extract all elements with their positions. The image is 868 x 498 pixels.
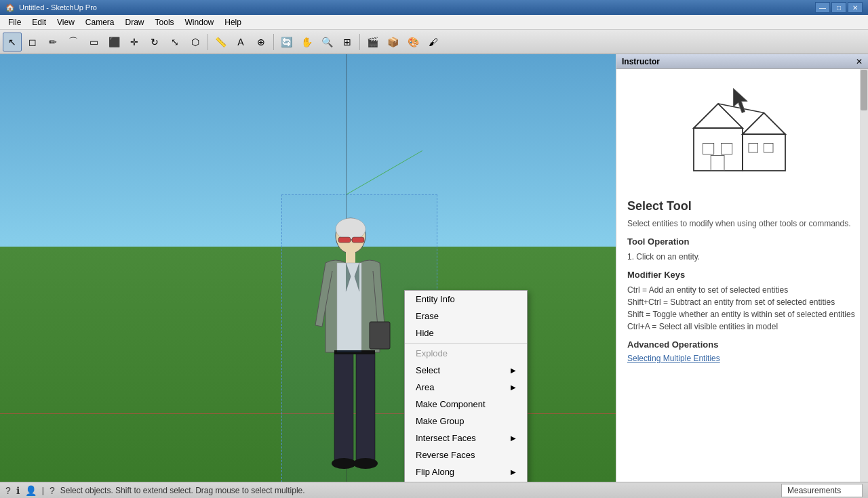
status-icon-info[interactable]: ℹ (16, 485, 20, 496)
ctx-label-flip-along: Flip Along (416, 467, 454, 477)
svg-rect-22 (711, 156, 724, 171)
modifier-keys-heading: Modifier Keys (627, 270, 857, 280)
close-button[interactable]: ✕ (848, 2, 863, 13)
toolbar-zoom-button[interactable]: 🔍 (317, 33, 336, 51)
offset-icon: ⬡ (191, 37, 199, 47)
svg-point-1 (336, 218, 366, 240)
svg-point-11 (332, 458, 356, 469)
ctx-label-hide: Hide (416, 328, 434, 338)
ctx-separator (405, 343, 527, 344)
zoom-icon: 🔍 (321, 37, 333, 47)
ctx-label-entity-info: Entity Info (416, 294, 455, 304)
svg-rect-3 (352, 237, 364, 243)
status-bar: ? ℹ 👤 | ? Select objects. Shift to exten… (0, 482, 868, 498)
arc-icon: ⌒ (68, 36, 78, 48)
select-icon: ↖ (8, 37, 16, 47)
ctx-item-area[interactable]: Area▶ (405, 379, 527, 396)
toolbar-pan-button[interactable]: ✋ (297, 33, 316, 51)
toolbar-eraser-button[interactable]: ◻ (23, 33, 42, 51)
menu-item-tools[interactable]: Tools (150, 16, 180, 28)
menu-item-file[interactable]: File (3, 16, 26, 28)
svg-rect-20 (749, 144, 758, 153)
ctx-label-make-group: Make Group (416, 416, 465, 426)
instructor-panel-label: Instructor (622, 57, 660, 66)
toolbar-orbit-button[interactable]: 🔄 (277, 33, 296, 51)
modifier-keys-text: Ctrl = Add an entity to set of selected … (627, 284, 857, 333)
tool-operation-heading: Tool Operation (627, 236, 857, 247)
advanced-ops-heading: Advanced Operations (627, 339, 857, 350)
instructor-title-bar: Instructor ✕ (616, 54, 868, 69)
toolbar-arc-button[interactable]: ⌒ (64, 33, 83, 51)
ctx-item-hide[interactable]: Hide (405, 325, 527, 341)
ctx-label-make-component: Make Component (416, 399, 486, 409)
viewport[interactable]: Entity InfoEraseHideExplodeSelect▶Area▶M… (0, 54, 616, 482)
styles-icon: 🖌 (429, 37, 438, 47)
ctx-item-convert-polygon[interactable]: Convert to Polygon (405, 480, 527, 482)
toolbar-scale-button[interactable]: ⤡ (165, 33, 184, 51)
menu-item-camera[interactable]: Camera (80, 16, 120, 28)
menu-item-view[interactable]: View (52, 16, 80, 28)
status-icon-user[interactable]: 👤 (25, 485, 37, 496)
context-menu[interactable]: Entity InfoEraseHideExplodeSelect▶Area▶M… (404, 290, 528, 482)
toolbar-pencil-button[interactable]: ✏ (43, 33, 62, 51)
maximize-button[interactable]: □ (831, 2, 846, 13)
rotate-icon: ↻ (151, 37, 159, 47)
scroll-thumb[interactable] (861, 70, 867, 110)
toolbar-offset-button[interactable]: ⬡ (186, 33, 205, 51)
text-icon: A (237, 37, 243, 47)
toolbar-materials-button[interactable]: 🎨 (403, 33, 422, 51)
toolbar-move-button[interactable]: ✛ (125, 33, 144, 51)
pencil-icon: ✏ (49, 37, 57, 47)
measurements-label: Measurements (787, 486, 841, 495)
selecting-multiple-link[interactable]: Selecting Multiple Entities (627, 354, 720, 363)
toolbar-push-pull-button[interactable]: ⬛ (104, 33, 123, 51)
scenes-icon: 🎬 (367, 37, 378, 47)
tool-operation-text: 1. Click on an entity. (627, 251, 857, 263)
minimize-button[interactable]: — (815, 2, 830, 13)
ctx-arrow-intersect-faces: ▶ (511, 434, 516, 442)
ctx-arrow-select: ▶ (511, 367, 516, 374)
ctx-item-entity-info[interactable]: Entity Info (405, 291, 527, 308)
svg-rect-5 (346, 252, 355, 263)
toolbar: ↖◻✏⌒▭⬛✛↻⤡⬡📏A⊕🔄✋🔍⊞🎬📦🎨🖌 (0, 30, 868, 54)
status-text: Select objects. Shift to extend select. … (60, 486, 305, 495)
measurements-panel[interactable]: Measurements (781, 484, 863, 497)
ctx-item-erase[interactable]: Erase (405, 308, 527, 325)
status-icon-help[interactable]: ? (50, 485, 55, 496)
ctx-item-reverse-faces[interactable]: Reverse Faces (405, 447, 527, 463)
toolbar-components-button[interactable]: 📦 (383, 33, 402, 51)
ctx-item-make-group[interactable]: Make Group (405, 413, 527, 430)
toolbar-styles-button[interactable]: 🖌 (424, 33, 443, 51)
push-pull-icon: ⬛ (108, 37, 120, 47)
svg-point-12 (353, 458, 378, 469)
ctx-item-select[interactable]: Select▶ (405, 362, 527, 379)
toolbar-select-button[interactable]: ↖ (3, 33, 22, 51)
instructor-tool-title: Select Tool (627, 199, 857, 213)
menu-item-help[interactable]: Help (219, 16, 247, 28)
toolbar-rotate-button[interactable]: ↻ (145, 33, 164, 51)
toolbar-tape-button[interactable]: 📏 (211, 33, 230, 51)
toolbar-rectangle-button[interactable]: ▭ (84, 33, 103, 51)
menu-item-draw[interactable]: Draw (120, 16, 150, 28)
svg-rect-21 (764, 144, 773, 153)
orbit-icon: 🔄 (281, 37, 292, 47)
instructor-scrollbar[interactable] (860, 69, 868, 482)
ctx-item-flip-along[interactable]: Flip Along▶ (405, 463, 527, 480)
svg-rect-13 (694, 128, 743, 171)
toolbar-zoom-extents-button[interactable]: ⊞ (338, 33, 357, 51)
ctx-label-reverse-faces: Reverse Faces (416, 450, 475, 460)
status-icon-question[interactable]: ? (5, 485, 11, 496)
ctx-item-make-component[interactable]: Make Component (405, 396, 527, 413)
toolbar-scenes-button[interactable]: 🎬 (363, 33, 382, 51)
svg-marker-16 (743, 113, 785, 135)
toolbar-text-button[interactable]: A (231, 33, 250, 51)
instructor-close-button[interactable]: ✕ (856, 57, 863, 66)
zoom-extents-icon: ⊞ (343, 37, 351, 47)
scale-icon: ⤡ (171, 37, 179, 47)
menu-item-window[interactable]: Window (180, 16, 220, 28)
app-icon: 🏠 (5, 3, 15, 12)
menu-item-edit[interactable]: Edit (26, 16, 52, 28)
title-bar-controls[interactable]: — □ ✕ (815, 2, 863, 13)
ctx-item-intersect-faces[interactable]: Intersect Faces▶ (405, 430, 527, 447)
toolbar-axes-button[interactable]: ⊕ (252, 33, 271, 51)
